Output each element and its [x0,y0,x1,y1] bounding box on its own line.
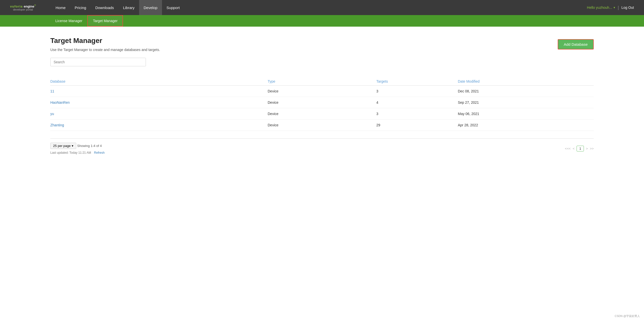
nav-divider: | [618,5,619,10]
add-database-button[interactable]: Add Database [558,39,594,49]
sub-navigation: License Manager Target Manager [0,15,644,27]
pagination-next[interactable]: > [586,147,588,150]
nav-links: Home Pricing Downloads Library Develop S… [51,0,587,15]
cell-database-1: HaoNanRen [50,97,268,108]
cell-date-3: Apr 28, 2022 [458,120,594,131]
per-page-label: per page [58,144,70,148]
database-table: Database Type Targets Date Modified 11 D… [50,77,594,131]
cell-targets-1: 4 [376,97,458,108]
logo: vuforia engine® developer portal [10,4,36,11]
table-row: 11 Device 3 Dec 08, 2021 [50,86,594,97]
cell-targets-0: 3 [376,86,458,97]
main-content: Target Manager Use the Target Manager to… [0,27,644,165]
per-page-button[interactable]: 25 per page ▾ [50,143,76,149]
nav-library[interactable]: Library [118,0,139,15]
col-header-date[interactable]: Date Modified [458,77,594,86]
user-menu[interactable]: Hello yuzhouh... [587,6,615,10]
cell-date-1: Sep 27, 2021 [458,97,594,108]
per-page-selector: 25 per page ▾ Showing 1-4 of 4 [50,143,105,149]
database-link-3[interactable]: Zhanting [50,123,64,127]
pagination-last[interactable]: >> [590,147,594,150]
cell-date-2: May 06, 2021 [458,108,594,120]
nav-right: Hello yuzhouh... | Log Out [587,5,634,10]
page-description: Use the Target Manager to create and man… [50,48,160,52]
pagination-current: 1 [577,146,584,151]
cell-targets-2: 3 [376,108,458,120]
cell-database-3: Zhanting [50,120,268,131]
cell-targets-3: 29 [376,120,458,131]
table-body: 11 Device 3 Dec 08, 2021 HaoNanRen Devic… [50,86,594,131]
database-link-0[interactable]: 11 [50,89,54,93]
col-header-type[interactable]: Type [268,77,376,86]
logo-superscript: ® [34,4,36,7]
top-navigation: vuforia engine® developer portal Home Pr… [0,0,644,15]
nav-home[interactable]: Home [51,0,70,15]
table-header: Database Type Targets Date Modified [50,77,594,86]
pagination-prev[interactable]: < [573,147,575,150]
table-row: Zhanting Device 29 Apr 28, 2022 [50,120,594,131]
logo-subtitle: developer portal [10,8,36,11]
search-input[interactable] [50,58,146,66]
per-page-value: 25 [53,144,57,148]
nav-downloads[interactable]: Downloads [91,0,118,15]
last-updated-text: Last updated: Today 11:21 AM [50,151,91,154]
cell-type-0: Device [268,86,376,97]
table-row: yu Device 3 May 06, 2021 [50,108,594,120]
sub-nav-license-manager[interactable]: License Manager [50,15,87,27]
pagination: <<< < 1 > >> [565,146,594,151]
per-page-chevron: ▾ [72,144,73,148]
refresh-link[interactable]: Refresh [94,151,105,154]
database-link-1[interactable]: HaoNanRen [50,100,70,104]
logout-button[interactable]: Log Out [621,6,634,10]
footer-left: 25 per page ▾ Showing 1-4 of 4 Last upda… [50,143,105,154]
last-updated-area: Last updated: Today 11:21 AM Refresh [50,150,105,154]
nav-pricing[interactable]: Pricing [70,0,91,15]
page-header: Target Manager Use the Target Manager to… [50,37,594,72]
cell-date-0: Dec 08, 2021 [458,86,594,97]
page-title: Target Manager [50,37,160,45]
page-title-area: Target Manager Use the Target Manager to… [50,37,160,72]
cell-database-2: yu [50,108,268,120]
cell-type-3: Device [268,120,376,131]
database-link-2[interactable]: yu [50,112,54,116]
cell-type-2: Device [268,108,376,120]
table-footer: 25 per page ▾ Showing 1-4 of 4 Last upda… [50,138,594,154]
table-row: HaoNanRen Device 4 Sep 27, 2021 [50,97,594,108]
pagination-first[interactable]: <<< [565,147,571,150]
logo-vuforia: vuforia [10,4,23,8]
col-header-targets[interactable]: Targets [376,77,458,86]
cell-database-0: 11 [50,86,268,97]
nav-support[interactable]: Support [162,0,184,15]
cell-type-1: Device [268,97,376,108]
nav-develop[interactable]: Develop [139,0,162,15]
sub-nav-target-manager[interactable]: Target Manager [87,15,123,27]
showing-text: Showing 1-4 of 4 [77,144,102,148]
col-header-database[interactable]: Database [50,77,268,86]
logo-engine: engine [24,4,34,8]
